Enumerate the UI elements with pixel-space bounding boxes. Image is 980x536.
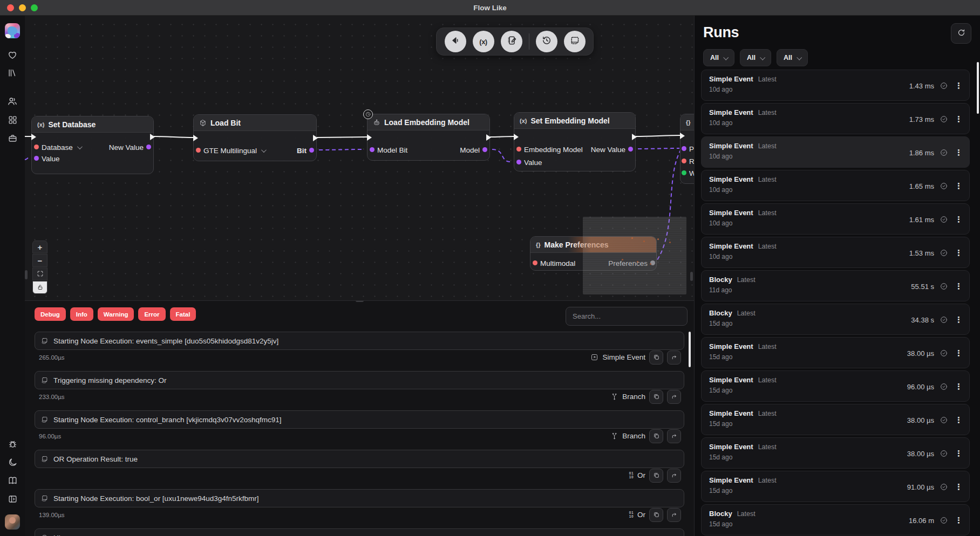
run-row[interactable]: Simple Event Latest 15d ago 38.00 µs ⋮	[701, 337, 970, 368]
chevron-down-icon[interactable]	[77, 144, 83, 149]
maximize-button[interactable]	[31, 4, 38, 11]
multimodal-pin[interactable]	[533, 260, 537, 265]
close-button[interactable]	[7, 4, 14, 11]
run-menu-button[interactable]: ⋮	[954, 281, 964, 291]
log-entry[interactable]: Starting Node Execution: bool_or [uxu1ne…	[35, 489, 684, 522]
log-entry[interactable]: Starting Node Execution: events_simple […	[35, 332, 684, 365]
docs-button[interactable]	[0, 472, 25, 491]
log-scrollbar[interactable]	[689, 332, 691, 367]
exec-in-pin[interactable]	[31, 134, 39, 140]
run-menu-button[interactable]: ⋮	[954, 215, 964, 224]
right-panel-resize-handle[interactable]	[690, 272, 693, 281]
exec-out-pin[interactable]	[632, 134, 640, 140]
pr-pin[interactable]	[682, 146, 686, 151]
filter-error[interactable]: Error	[138, 307, 165, 321]
node-set-database[interactable]: (x) Set Database Database Value New Valu…	[31, 116, 154, 174]
minimize-button[interactable]	[19, 4, 26, 11]
runs-filter-2[interactable]: All	[740, 49, 771, 66]
lock-button[interactable]	[32, 281, 47, 294]
log-entry[interactable]: Starting Node Execution: control_branch …	[35, 410, 684, 443]
node-load-embedding-model[interactable]: Load Embedding Model Model Bit Model	[367, 114, 490, 161]
copy-button[interactable]	[649, 429, 663, 443]
run-menu-button[interactable]: ⋮	[954, 181, 964, 191]
history-button[interactable]	[536, 31, 557, 52]
exec-out-pin[interactable]	[486, 134, 494, 141]
run-row[interactable]: Simple Event Latest 10d ago 1.86 ms ⋮	[701, 136, 970, 168]
new-value-pin[interactable]	[146, 145, 151, 149]
team-button[interactable]	[0, 93, 25, 112]
run-menu-button[interactable]: ⋮	[954, 348, 964, 358]
filter-fatal[interactable]: Fatal	[170, 307, 196, 321]
chevron-down-icon[interactable]	[261, 147, 267, 153]
log-entry[interactable]: Hi 01 10	[35, 528, 684, 536]
embedding-model-pin[interactable]	[516, 147, 521, 152]
run-row[interactable]: Simple Event Latest 10d ago 1.61 ms ⋮	[701, 203, 970, 235]
exec-out-pin[interactable]	[313, 135, 321, 141]
run-menu-button[interactable]: ⋮	[954, 449, 964, 458]
run-menu-button[interactable]: ⋮	[954, 516, 964, 525]
run-row[interactable]: Simple Event Latest 10d ago 1.65 ms ⋮	[701, 170, 970, 201]
library-button[interactable]	[0, 65, 25, 84]
flow-canvas[interactable]: (x) (x) Set Database Database	[25, 16, 694, 300]
run-menu-button[interactable]: ⋮	[954, 382, 964, 391]
favorites-button[interactable]	[0, 47, 25, 65]
theme-button[interactable]	[0, 454, 25, 472]
run-menu-button[interactable]: ⋮	[954, 114, 964, 124]
exec-in-pin[interactable]	[680, 133, 688, 139]
log-search-input[interactable]	[566, 307, 688, 326]
copy-button[interactable]	[649, 351, 663, 365]
log-entry[interactable]: Triggering missing dependency: Or 233.00…	[35, 371, 684, 404]
filter-warning[interactable]: Warning	[98, 307, 134, 321]
jump-to-node-button[interactable]	[667, 469, 681, 483]
exec-out-pin[interactable]	[150, 134, 158, 140]
log-entry[interactable]: OR Operation Result: true 01 10 Or	[35, 450, 684, 483]
run-menu-button[interactable]: ⋮	[954, 415, 964, 425]
runs-scrollbar[interactable]	[977, 62, 979, 114]
run-button[interactable]	[445, 31, 466, 52]
exec-in-pin[interactable]	[514, 134, 522, 140]
run-row[interactable]: Simple Event Latest 10d ago 1.53 ms ⋮	[701, 237, 970, 268]
run-row[interactable]: Blocky Latest 11d ago 55.51 s ⋮	[701, 270, 970, 301]
node-set-embedding-model[interactable]: (x) Set Embedding Model Embedding Model …	[514, 112, 636, 171]
refresh-runs-button[interactable]	[951, 23, 971, 44]
model-select-pin[interactable]	[196, 148, 201, 153]
node-partial-right[interactable]: {} Pr Re W	[680, 114, 694, 184]
exec-in-pin[interactable]	[367, 134, 375, 141]
jump-to-node-button[interactable]	[667, 508, 681, 522]
run-row[interactable]: Simple Event Latest 10d ago 1.43 ms ⋮	[701, 70, 970, 101]
copy-button[interactable]	[649, 508, 663, 522]
fit-view-button[interactable]	[32, 267, 47, 280]
copy-button[interactable]	[649, 390, 663, 404]
run-menu-button[interactable]: ⋮	[954, 315, 964, 325]
runs-filter-3[interactable]: All	[777, 49, 808, 66]
database-pin[interactable]	[34, 145, 39, 149]
run-menu-button[interactable]: ⋮	[954, 248, 964, 258]
variables-button[interactable]: (x)	[473, 31, 494, 52]
filter-debug[interactable]: Debug	[35, 307, 66, 321]
left-panel-resize-handle[interactable]	[25, 270, 28, 279]
run-row[interactable]: Simple Event Latest 10d ago 1.73 ms ⋮	[701, 103, 970, 134]
run-menu-button[interactable]: ⋮	[954, 81, 964, 91]
app-logo[interactable]	[5, 23, 20, 38]
debug-button[interactable]	[0, 436, 25, 454]
run-menu-button[interactable]: ⋮	[954, 482, 964, 492]
run-row[interactable]: Blocky Latest 15d ago 34.38 s ⋮	[701, 304, 970, 335]
run-row[interactable]: Blocky Latest 15d ago 16.06 m ⋮	[701, 504, 970, 535]
store-button[interactable]	[0, 130, 25, 148]
model-pin[interactable]	[482, 147, 487, 152]
log-panel-resize-handle[interactable]	[356, 300, 364, 302]
run-row[interactable]: Simple Event Latest 15d ago 38.00 µs ⋮	[701, 437, 970, 469]
w-pin[interactable]	[682, 170, 686, 175]
copy-button[interactable]	[649, 469, 663, 483]
bit-pin[interactable]	[309, 148, 314, 153]
jump-to-node-button[interactable]	[667, 429, 681, 443]
zoom-in-button[interactable]: +	[32, 240, 47, 253]
value-pin[interactable]	[516, 160, 521, 164]
new-value-pin[interactable]	[628, 147, 633, 152]
re-pin[interactable]	[682, 159, 686, 163]
user-avatar[interactable]	[5, 514, 20, 530]
script-button[interactable]	[564, 31, 586, 52]
apps-button[interactable]	[0, 112, 25, 130]
zoom-out-button[interactable]: −	[32, 254, 47, 267]
run-row[interactable]: Simple Event Latest 15d ago 91.00 µs ⋮	[701, 471, 970, 502]
